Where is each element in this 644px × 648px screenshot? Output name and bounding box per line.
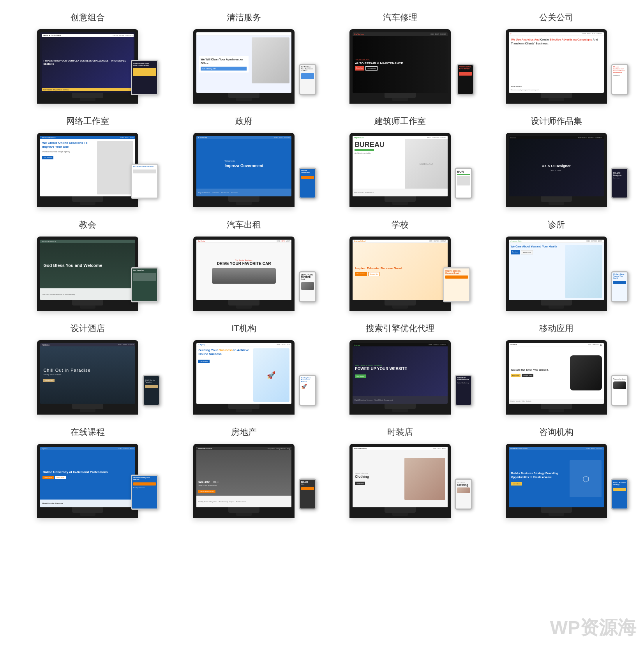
webstudio-btn[interactable]: Get Started <box>42 156 53 159</box>
card-cleaning[interactable]: 清洁服务 We Will Clean Your Apartment or Off… <box>172 12 316 104</box>
church-hero: God Bless You and Welcome <box>40 243 135 288</box>
clinic-btn-about[interactable]: About Clinic <box>521 250 533 254</box>
courses-btn-start[interactable]: Get Started <box>42 476 53 479</box>
it-logo: IT Agency. <box>198 344 206 346</box>
phone-text-cleaning: We Will Clean Your Apartment or Office <box>301 66 314 72</box>
phone-divider-architecture <box>457 174 470 175</box>
realestate-area: 385 m² <box>213 481 219 483</box>
courses-logo: impreza <box>42 448 47 450</box>
monitor-stand-designer <box>549 202 564 205</box>
monitor-stand-car-rental <box>236 305 252 309</box>
card-car-repair[interactable]: 汽车修理 CarTechno HOME ABOUT SERVICES <box>328 12 473 104</box>
realestate-price-row: $26,100 385 m² <box>198 480 219 484</box>
tablet-btn-courses <box>133 482 156 486</box>
church-sub: God Bless You and Welcome to our communi… <box>40 288 135 300</box>
screen-it: IT Agency. HOME ABOUT BLOG Guiding Your … <box>196 343 291 404</box>
school-btn-courses[interactable]: Our Courses <box>355 272 367 276</box>
card-consulting[interactable]: 咨询机构 IMPREZA CONSULTING HOME ABOUT SERVI… <box>484 426 628 518</box>
screen-consulting: IMPREZA CONSULTING HOME ABOUT SERVICES B… <box>509 447 604 507</box>
fashion-btn[interactable]: Shop Now <box>355 482 365 485</box>
phone-government: Impreza Government <box>299 168 316 199</box>
webstudio-nav: IMPREZA AGENCY HOME ABOUT WORK <box>40 136 135 139</box>
card-government[interactable]: 政府 🏛 IMPREZA HOME ABOUT SERVICES <box>172 115 316 207</box>
mobile-btn-appstore[interactable]: App Store <box>511 374 521 377</box>
card-realestate[interactable]: 房地产 IMPREZA AGENCY Properties Design Stu… <box>172 426 316 518</box>
screen-seo: impreza HOME SERVICES CONTACT More Leads… <box>353 343 448 404</box>
card-courses[interactable]: 在线课程 impreza HOME COURSES ABOUT <box>16 426 160 518</box>
screen-architecture: impreza.ia ABOUT PORTFOLIO CONTACT BUREA… <box>353 136 448 196</box>
monitor-base-hotel <box>72 404 103 409</box>
monitor-screen-car-repair: CarTechno HOME ABOUT SERVICES PROFESSION… <box>353 32 448 93</box>
phone-text-car-repair: PROFESSIONAL AUTO REPAIR <box>459 66 472 70</box>
card-designer[interactable]: 设计师作品集 impreza PORTFOLIO ABOUT CONTACT <box>484 115 628 207</box>
phone-text-clinic: We Care About You and Your Health <box>613 274 626 279</box>
it-btn[interactable]: Get Started <box>198 360 209 363</box>
monitor-webstudio: IMPREZA AGENCY HOME ABOUT WORK We Create… <box>37 133 138 207</box>
phone-seo: POWER UP YOUR WEBSITE Digital Marketing <box>455 375 472 406</box>
it-hero: Guiding Your Business to Achieve Online … <box>196 346 291 404</box>
card-title-clinic: 诊所 <box>548 219 565 231</box>
mobile-nav: IMPREZA HOME FEATURES <box>509 343 604 346</box>
consulting-btn[interactable]: Learn More <box>511 482 522 486</box>
monitor-architecture: impreza.ia ABOUT PORTFOLIO CONTACT BUREA… <box>349 133 451 207</box>
hotel-logo: PARADISE <box>42 344 49 346</box>
mobile-btn-google[interactable]: Google Play <box>522 374 533 377</box>
monitor-creative: UI-UX ✦ DESIGNER ABOUT WORK CONTACT I TR… <box>37 29 138 104</box>
monitor-stand-pr <box>549 98 564 101</box>
school-btn-contact[interactable]: Contact Us <box>368 272 380 276</box>
card-fashion[interactable]: 时装店 Fashion Shop HOME SHOP ABOUT <box>328 426 473 518</box>
hotel-btn[interactable]: Book Now <box>43 379 54 382</box>
monitor-wrapper-cleaning: We Will Clean Your Apartment or Office G… <box>172 29 316 104</box>
realestate-cta[interactable]: VIEW THIS HOUSE <box>198 490 215 493</box>
fashion-nav: Fashion Shop HOME SHOP ABOUT <box>353 447 448 450</box>
card-pr[interactable]: 公关公司 ♥ HOME ABOUT BLOG CONTACT <box>484 12 628 104</box>
courses-btn-more[interactable]: Learn More <box>55 476 66 479</box>
monitor-stand-school <box>392 305 408 309</box>
gov-service-2: Healthcare <box>221 192 229 194</box>
it-nav: IT Agency. HOME ABOUT BLOG <box>196 343 291 346</box>
phone-text-consulting: Build a Business Strategy <box>613 482 626 486</box>
tablet-text-creative: I TRANSFORM YOUR COMPLEX BUSINESS <box>133 62 156 66</box>
card-architecture[interactable]: 建筑师工作室 impreza.ia ABOUT PORTFOLIO CONTAC… <box>328 115 473 207</box>
monitor-stand-architecture <box>392 202 408 205</box>
card-hotel[interactable]: 设计酒店 PARADISE HOME ROOMS CONTACT <box>16 323 160 415</box>
monitor-base-creative <box>72 93 103 98</box>
card-it[interactable]: IT机构 IT Agency. HOME ABOUT BLOG <box>172 323 316 415</box>
creative-hero: I TRANSFORM YOUR COMPLEX BUSINESS CHALLE… <box>42 37 134 88</box>
monitor-screen-mobile: IMPREZA HOME FEATURES You are the best. … <box>509 343 604 404</box>
phone-text-mobile: You are the best. <box>613 378 626 380</box>
school-logo: Impreza School <box>354 240 366 242</box>
monitor-stand-clinic <box>549 305 564 309</box>
cleaning-cta[interactable]: Get Free Quote <box>201 67 247 71</box>
realestate-feature-1: Monthly Terms of Payments <box>198 501 217 503</box>
card-seo[interactable]: 搜索引擎优化代理 impreza HOME SERVICES CONTACT <box>328 323 473 415</box>
realestate-feature-3: Risk Insurance <box>236 501 246 503</box>
card-church[interactable]: 教会 IMPREZA CHURCH God Bless You and Welc… <box>16 219 160 311</box>
phone-text-architecture: BUR <box>457 170 470 173</box>
designer-nav-contact: CONTACT <box>595 137 602 139</box>
designer-nav-about: ABOUT <box>588 137 594 139</box>
arch-desc: Architecture studio <box>355 152 403 154</box>
phone-sub-designer: less is more. <box>613 177 626 179</box>
card-webstudio[interactable]: 网络工作室 IMPREZA AGENCY HOME ABOUT WORK <box>16 115 160 207</box>
creative-design: DESIGN <box>63 89 69 91</box>
car-repair-btn1[interactable]: Book Now <box>355 66 364 71</box>
hotel-title: Chill Out in Paradise <box>43 368 90 373</box>
clinic-btn-services[interactable]: Services <box>511 250 520 254</box>
card-school[interactable]: 学校 Impreza School HOME COURSES CONTACT <box>328 219 473 311</box>
card-mobile[interactable]: 移动应用 IMPREZA HOME FEATURES <box>484 323 628 415</box>
seo-btn[interactable]: Get Started <box>355 374 366 378</box>
tablet-school: Inspire. Educate. Become Great. <box>443 267 470 302</box>
phone-screen-designer: UX & UI Designer less is more. <box>612 169 627 198</box>
car-repair-btn2[interactable]: Our Services <box>365 66 378 71</box>
monitor-wrapper-church: IMPREZA CHURCH God Bless You and Welcome… <box>16 237 160 311</box>
monitor-screen-fashion: Fashion Shop HOME SHOP ABOUT New Collect… <box>353 447 448 507</box>
tablet-screen-creative: I TRANSFORM YOUR COMPLEX BUSINESS <box>132 61 157 94</box>
card-clinic[interactable]: 诊所 + Impreza Clinic HOME SERVICES ABOUT <box>484 219 628 311</box>
monitor-wrapper-mobile: IMPREZA HOME FEATURES You are the best. … <box>484 340 628 415</box>
card-car-rental[interactable]: 汽车出租 CarRental HOME CARS ABOUT <box>172 219 316 311</box>
monitor-stand-realestate <box>236 513 252 516</box>
card-creative[interactable]: 创意组合 UI-UX ✦ DESIGNER ABOUT WORK CONTACT <box>16 12 160 104</box>
screen-cleaning: We Will Clean Your Apartment or Office G… <box>196 32 291 93</box>
tablet-creative: I TRANSFORM YOUR COMPLEX BUSINESS <box>131 60 158 95</box>
